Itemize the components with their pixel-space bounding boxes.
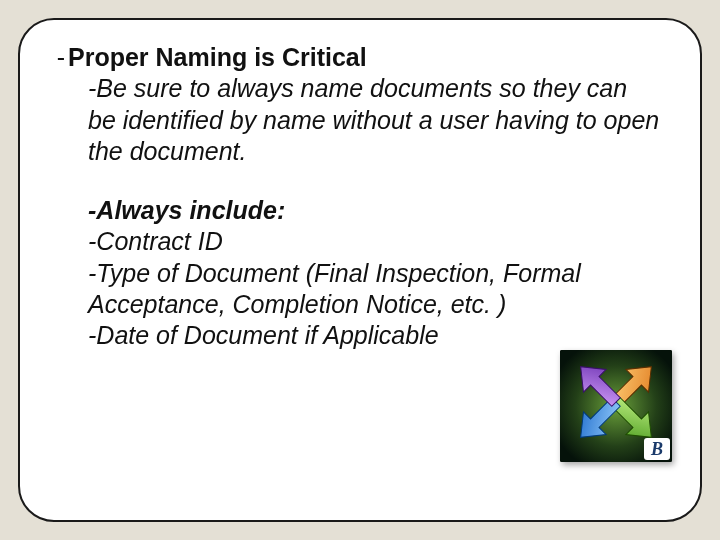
include-heading-text: -Always include: xyxy=(88,196,285,224)
body-paragraph-1: -Be sure to always name documents so the… xyxy=(88,73,660,167)
include-block: -Always include: -Contract ID -Type of D… xyxy=(54,195,660,351)
include-item: -Date of Document if Applicable xyxy=(88,320,660,351)
brand-badge: B xyxy=(644,438,670,460)
heading-title: Proper Naming is Critical xyxy=(68,43,367,71)
include-item: -Type of Document (Final Inspection, For… xyxy=(88,258,660,321)
include-heading: -Always include: xyxy=(88,195,660,226)
decorative-logo: B xyxy=(560,350,672,462)
content-card: -Proper Naming is Critical -Be sure to a… xyxy=(18,18,702,522)
heading-dash: - xyxy=(54,42,68,73)
heading-line: -Proper Naming is Critical xyxy=(54,42,660,73)
include-item: -Contract ID xyxy=(88,226,660,257)
